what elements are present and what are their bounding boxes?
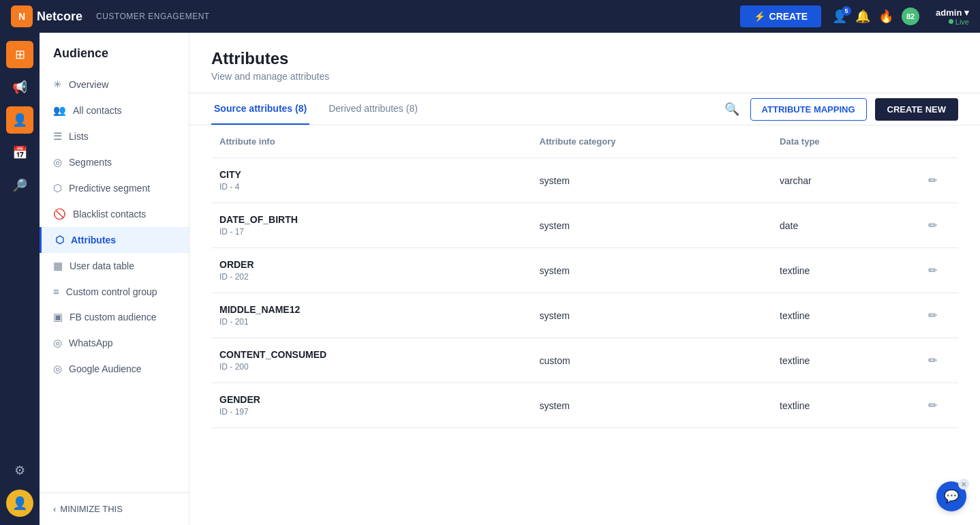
tab-source-attributes[interactable]: Source attributes (8) <box>211 93 309 125</box>
attributes-icon: ⬡ <box>55 234 64 246</box>
sidebar-nav: ✳ Overview 👥 All contacts ☰ Lists ◎ Segm… <box>40 69 189 492</box>
attribute-mapping-button[interactable]: ATTRIBUTE MAPPING <box>750 98 867 121</box>
sidebar-item-label: WhatsApp <box>69 338 113 348</box>
attr-datatype-cell: varchar <box>771 158 917 203</box>
edit-attribute-button[interactable]: ✏ <box>925 396 940 415</box>
attr-name: MIDDLE_NAME12 <box>219 304 523 315</box>
attr-action-cell: ✏ <box>917 293 958 338</box>
rail-item-support[interactable]: 👤 <box>6 490 33 517</box>
rail-item-megaphone[interactable]: 📢 <box>6 74 33 101</box>
sidebar-item-fb-custom-audience[interactable]: ▣ FB custom audience <box>40 304 189 330</box>
minimize-chevron-icon: ‹ <box>53 504 56 514</box>
sidebar-item-google-audience[interactable]: ◎ Google Audience <box>40 356 189 382</box>
col-actions <box>917 125 958 158</box>
sidebar-item-label: Google Audience <box>69 363 142 374</box>
attr-name: ORDER <box>219 259 523 270</box>
sidebar-item-custom-control-group[interactable]: ≡ Custom control group <box>40 279 189 304</box>
attr-name: DATE_OF_BIRTH <box>219 214 523 225</box>
tabs-actions: 🔍 ATTRIBUTE MAPPING CREATE NEW <box>722 98 958 121</box>
table-row: CONTENT_CONSUMED ID - 200 custom textlin… <box>211 338 958 383</box>
segments-icon: ◎ <box>53 156 62 168</box>
create-new-button[interactable]: CREATE NEW <box>875 98 958 121</box>
custom-control-icon: ≡ <box>53 286 59 297</box>
chevron-down-icon: ▾ <box>964 7 969 18</box>
bell-icon[interactable]: 🔔 <box>855 9 870 24</box>
nav-icons: 👤 5 🔔 🔥 82 admin ▾ Live <box>832 7 969 26</box>
attr-action-cell: ✏ <box>917 383 958 428</box>
edit-attribute-button[interactable]: ✏ <box>925 216 940 235</box>
sidebar-item-user-data-table[interactable]: ▦ User data table <box>40 253 189 279</box>
attr-category-cell: system <box>532 383 771 428</box>
edit-attribute-button[interactable]: ✏ <box>925 171 940 190</box>
table-header-row: Attribute info Attribute category Data t… <box>211 125 958 158</box>
attributes-table: Attribute info Attribute category Data t… <box>211 125 958 428</box>
attr-info-cell: ORDER ID - 202 <box>211 248 532 293</box>
top-navigation: N Netcore CUSTOMER ENGAGEMENT ⚡ CREATE 👤… <box>0 0 980 33</box>
tab-derived-attributes[interactable]: Derived attributes (8) <box>326 93 420 125</box>
page-subtitle: View and manage attributes <box>211 71 958 82</box>
chat-icon: 💬 <box>944 489 959 504</box>
edit-attribute-button[interactable]: ✏ <box>925 306 940 325</box>
sidebar-item-label: Predictive segment <box>69 183 150 194</box>
rail-item-settings[interactable]: ⚙ <box>6 457 33 484</box>
table-row: CITY ID - 4 system varchar ✏ <box>211 158 958 203</box>
attr-info-cell: DATE_OF_BIRTH ID - 17 <box>211 203 532 248</box>
status-dot <box>949 19 953 24</box>
user-badge: 5 <box>842 6 851 16</box>
fb-icon: ▣ <box>53 311 63 323</box>
google-icon: ◎ <box>53 363 62 375</box>
chat-bubble[interactable]: 💬 ✕ <box>936 481 966 511</box>
rail-item-audience[interactable]: 👤 <box>6 106 33 134</box>
sidebar-item-attributes[interactable]: ⬡ Attributes <box>40 227 189 253</box>
attr-category-cell: system <box>532 158 771 203</box>
sidebar-item-label: Overview <box>69 79 108 90</box>
sidebar-item-label: Attributes <box>71 235 116 245</box>
blacklist-icon: 🚫 <box>53 208 66 220</box>
logo-text: Netcore <box>37 10 82 24</box>
whatsapp-icon: ◎ <box>53 337 62 349</box>
green-circle-icon[interactable]: 82 <box>902 7 919 25</box>
sidebar-item-label: All contacts <box>73 105 122 116</box>
sidebar-item-whatsapp[interactable]: ◎ WhatsApp <box>40 330 189 356</box>
col-attribute-info: Attribute info <box>211 125 532 158</box>
logo[interactable]: N Netcore <box>11 5 82 27</box>
admin-status: Live <box>949 18 969 26</box>
col-data-type: Data type <box>771 125 917 158</box>
attr-info-cell: GENDER ID - 197 <box>211 383 532 428</box>
minimize-label: MINIMIZE THIS <box>60 504 122 514</box>
user-nav-icon[interactable]: 👤 5 <box>832 9 847 24</box>
table-row: DATE_OF_BIRTH ID - 17 system date ✏ <box>211 203 958 248</box>
admin-name: admin ▾ <box>936 7 969 18</box>
rail-item-analytics[interactable]: 🔎 <box>6 172 33 199</box>
create-label: CREATE <box>769 11 808 22</box>
sidebar-item-label: Lists <box>69 131 89 142</box>
fire-icon[interactable]: 🔥 <box>878 9 893 24</box>
rail-item-grid[interactable]: ⊞ <box>6 41 33 68</box>
attr-id: ID - 201 <box>219 317 523 327</box>
tabs-bar: Source attributes (8) Derived attributes… <box>189 93 980 125</box>
admin-dropdown[interactable]: admin ▾ Live <box>936 7 969 26</box>
create-button[interactable]: ⚡ CREATE <box>740 5 822 27</box>
rail-item-calendar[interactable]: 📅 <box>6 139 33 166</box>
search-button[interactable]: 🔍 <box>722 99 742 119</box>
table-head: Attribute info Attribute category Data t… <box>211 125 958 158</box>
sidebar-item-segments[interactable]: ◎ Segments <box>40 149 189 175</box>
logo-icon: N <box>11 5 33 27</box>
sidebar-item-lists[interactable]: ☰ Lists <box>40 123 189 149</box>
attr-datatype-cell: textline <box>771 293 917 338</box>
sidebar-item-overview[interactable]: ✳ Overview <box>40 72 189 97</box>
edit-attribute-button[interactable]: ✏ <box>925 351 940 370</box>
sidebar-item-all-contacts[interactable]: 👥 All contacts <box>40 97 189 123</box>
main-content: Attributes View and manage attributes So… <box>189 33 980 525</box>
sidebar-item-predictive-segment[interactable]: ⬡ Predictive segment <box>40 175 189 201</box>
table-container: Attribute info Attribute category Data t… <box>189 125 980 428</box>
minimize-button[interactable]: ‹ MINIMIZE THIS <box>40 492 189 525</box>
sidebar-title: Audience <box>40 33 189 69</box>
product-label: CUSTOMER ENGAGEMENT <box>96 12 740 21</box>
attr-id: ID - 197 <box>219 407 523 417</box>
edit-attribute-button[interactable]: ✏ <box>925 261 940 280</box>
chat-close-button[interactable]: ✕ <box>958 479 969 490</box>
attr-id: ID - 17 <box>219 227 523 237</box>
attr-action-cell: ✏ <box>917 338 958 383</box>
sidebar-item-blacklist-contacts[interactable]: 🚫 Blacklist contacts <box>40 201 189 227</box>
